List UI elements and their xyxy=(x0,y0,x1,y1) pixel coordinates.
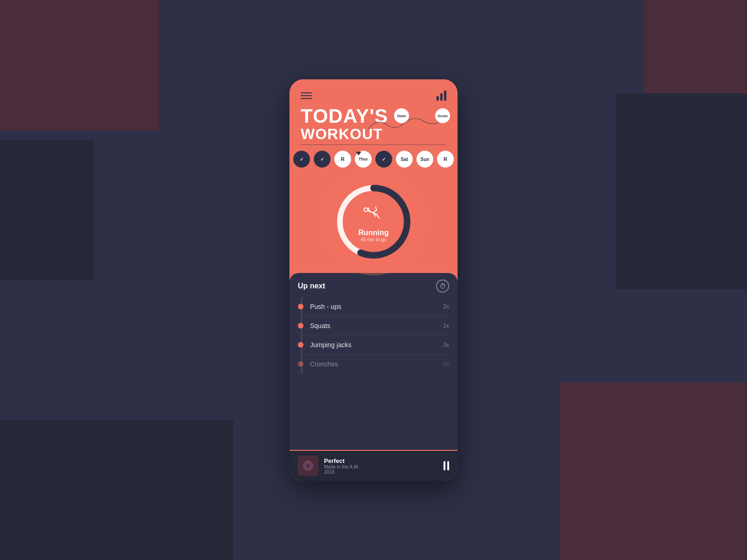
title-section: TODAY'S WORKOUT Stats Goals xyxy=(289,105,458,142)
day-sat[interactable]: Sat xyxy=(396,151,413,168)
svg-text:🎵: 🎵 xyxy=(306,459,310,464)
circle-content: Running 45 min to go xyxy=(359,202,389,242)
exercise-list: Push - ups 2x Squats 1x Jumping jacks 3x… xyxy=(289,297,458,374)
exercise-item-1[interactable]: Push - ups 2x xyxy=(298,297,449,316)
bg-decoration-tl xyxy=(0,0,159,131)
music-player: 🎵 Perfect Made in the A.M. 2018 xyxy=(289,450,458,481)
stats-icon[interactable] xyxy=(437,91,446,101)
stats-label: Stats xyxy=(397,114,406,118)
menu-line-2 xyxy=(301,95,312,96)
title-underline xyxy=(301,144,446,145)
time-remaining: 45 min to go xyxy=(359,237,389,242)
exercise-name-3: Jumping jacks xyxy=(310,341,443,349)
exercise-dot-1 xyxy=(298,304,303,309)
svg-point-2 xyxy=(364,208,368,212)
day-sun[interactable]: Sun xyxy=(416,151,433,168)
bar-3 xyxy=(444,91,446,101)
bg-decoration-bl xyxy=(0,420,233,560)
album-art-svg: 🎵 xyxy=(298,455,318,476)
menu-line-3 xyxy=(301,98,312,99)
goals-label: Goals xyxy=(437,114,448,118)
exercise-count-3: 3x xyxy=(443,342,449,348)
pause-bar-1 xyxy=(444,461,445,470)
day-thu-label: Thur xyxy=(359,157,368,161)
exercise-count-2: 1x xyxy=(443,322,449,329)
exercise-count-4: 2x xyxy=(443,361,449,367)
bg-decoration-mid-l xyxy=(0,140,93,280)
pause-bar-2 xyxy=(447,461,449,470)
day-mon-label: ✓ xyxy=(300,157,303,162)
exercise-name-4: Crunches xyxy=(310,360,443,368)
song-title: Perfect xyxy=(324,457,438,464)
up-next-title: Up next xyxy=(298,282,325,290)
song-info: Perfect Made in the A.M. 2018 xyxy=(324,457,438,475)
progress-ring: Running 45 min to go xyxy=(331,180,416,264)
day-wed[interactable]: R xyxy=(334,151,351,168)
stats-bubble[interactable]: Stats xyxy=(394,108,409,123)
progress-section: Running 45 min to go xyxy=(289,175,458,273)
exercise-dot-3 xyxy=(298,342,303,348)
album-art: 🎵 xyxy=(298,455,318,476)
day-sun-label: Sun xyxy=(421,157,430,162)
runner-icon xyxy=(362,202,385,225)
day-mon[interactable]: ✓ xyxy=(293,151,310,168)
wave-container: Stats Goals xyxy=(375,108,450,132)
up-next-header: Up next ⏱ xyxy=(289,273,458,297)
phone-bottom: Up next ⏱ Push - ups 2x Squats 1x Jum xyxy=(289,273,458,481)
exercise-item-3[interactable]: Jumping jacks 3x xyxy=(298,336,449,355)
exercise-item-2[interactable]: Squats 1x xyxy=(298,316,449,336)
day-sat-label: Sat xyxy=(401,157,408,162)
day-rest[interactable]: R xyxy=(437,151,454,168)
bar-1 xyxy=(437,96,439,101)
exercise-dot-2 xyxy=(298,323,303,329)
exercise-count-1: 2x xyxy=(443,303,449,310)
song-album: Made in the A.M. xyxy=(324,464,438,469)
menu-button[interactable] xyxy=(301,92,312,99)
exercise-item-4[interactable]: Crunches 2x xyxy=(298,355,449,374)
goals-bubble[interactable]: Goals xyxy=(435,108,450,123)
song-year: 2018 xyxy=(324,469,438,475)
bg-decoration-mid-r xyxy=(616,93,747,289)
header xyxy=(289,79,458,105)
exercise-name-1: Push - ups xyxy=(310,303,443,310)
bg-decoration-br xyxy=(560,383,747,560)
timer-icon[interactable]: ⏱ xyxy=(436,280,449,293)
day-wed-label: R xyxy=(341,156,345,162)
activity-label: Running xyxy=(359,229,389,237)
current-day-indicator xyxy=(356,152,361,155)
day-fri[interactable]: ✓ xyxy=(375,151,392,168)
exercise-name-2: Squats xyxy=(310,322,443,329)
phone-container: TODAY'S WORKOUT Stats Goals xyxy=(289,79,458,481)
day-rest-label: R xyxy=(444,156,447,162)
phone-top: TODAY'S WORKOUT Stats Goals xyxy=(289,79,458,273)
pause-button[interactable] xyxy=(444,461,449,470)
bg-decoration-tr xyxy=(644,0,747,93)
day-tue[interactable]: ✓ xyxy=(314,151,331,168)
bar-2 xyxy=(440,93,443,101)
up-next-panel: Up next ⏱ Push - ups 2x Squats 1x Jum xyxy=(289,273,458,450)
day-fri-label: ✓ xyxy=(382,157,386,162)
day-tue-label: ✓ xyxy=(320,157,324,162)
menu-line-1 xyxy=(301,92,312,93)
svg-point-5 xyxy=(307,464,310,467)
exercise-dot-4 xyxy=(298,361,303,367)
